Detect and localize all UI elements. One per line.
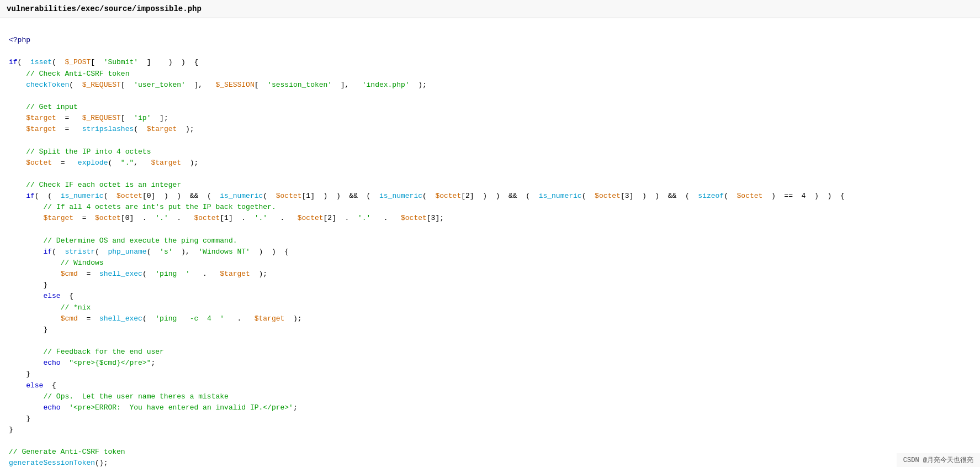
code-line: // Get input <box>9 102 971 113</box>
code-line: // Check Anti-CSRF token <box>9 69 971 80</box>
code-line <box>9 335 971 347</box>
code-line <box>9 435 971 447</box>
code-line <box>9 46 971 57</box>
code-line: if( stristr( php_uname( 's' ), 'Windows … <box>9 246 971 258</box>
code-line: // Check IF each octet is an integer <box>9 180 971 191</box>
code-line <box>9 135 971 146</box>
code-line: // Feedback for the end user <box>9 347 971 358</box>
code-line: if( ( is_numeric( $octet[0] ) ) && ( is_… <box>9 191 971 202</box>
title-bar: vulnerabilities/exec/source/impossible.p… <box>0 0 980 18</box>
code-line <box>9 224 971 235</box>
code-line: } <box>9 324 971 335</box>
code-line: // Windows <box>9 258 971 269</box>
code-line: $cmd = shell_exec( 'ping -c 4 ' . $targe… <box>9 313 971 324</box>
code-line: $octet = explode( ".", $target ); <box>9 158 971 169</box>
code-line: $target = stripslashes( $target ); <box>9 124 971 135</box>
code-line: } <box>9 413 971 424</box>
code-line <box>9 91 971 102</box>
code-line: if( isset( $_POST[ 'Submit' ] ) ) { <box>9 57 971 68</box>
code-line: $cmd = shell_exec( 'ping ' . $target ); <box>9 269 971 280</box>
code-line: // Split the IP into 4 octets <box>9 146 971 158</box>
code-line <box>9 169 971 180</box>
code-line: else { <box>9 291 971 302</box>
code-line: echo "<pre>{$cmd}</pre>"; <box>9 358 971 369</box>
code-line: // Ops. Let the user name theres a mista… <box>9 391 971 402</box>
code-line: <?php <box>9 35 971 46</box>
footer-bar: CSDN @月亮今天也很亮 <box>897 453 980 467</box>
code-line: $target = $_REQUEST[ 'ip' ]; <box>9 113 971 124</box>
code-line: echo '<pre>ERROR: You have entered an in… <box>9 402 971 413</box>
page-title: vulnerabilities/exec/source/impossible.p… <box>7 4 202 13</box>
code-line: else { <box>9 380 971 391</box>
code-line: generateSessionToken(); <box>9 458 971 467</box>
code-line: // If all 4 octets are int's put the IP … <box>9 202 971 213</box>
code-line: // *nix <box>9 302 971 313</box>
code-line: // Determine OS and execute the ping com… <box>9 235 971 246</box>
code-line: } <box>9 424 971 435</box>
code-line: $target = $octet[0] . '.' . $octet[1] . … <box>9 213 971 224</box>
code-line: checkToken( $_REQUEST[ 'user_token' ], $… <box>9 80 971 91</box>
code-line: } <box>9 280 971 291</box>
code-line: // Generate Anti-CSRF token <box>9 447 971 458</box>
footer-text: CSDN @月亮今天也很亮 <box>903 456 973 464</box>
code-line: } <box>9 369 971 380</box>
code-area: <?php if( isset( $_POST[ 'Submit' ] ) ) … <box>0 18 980 467</box>
